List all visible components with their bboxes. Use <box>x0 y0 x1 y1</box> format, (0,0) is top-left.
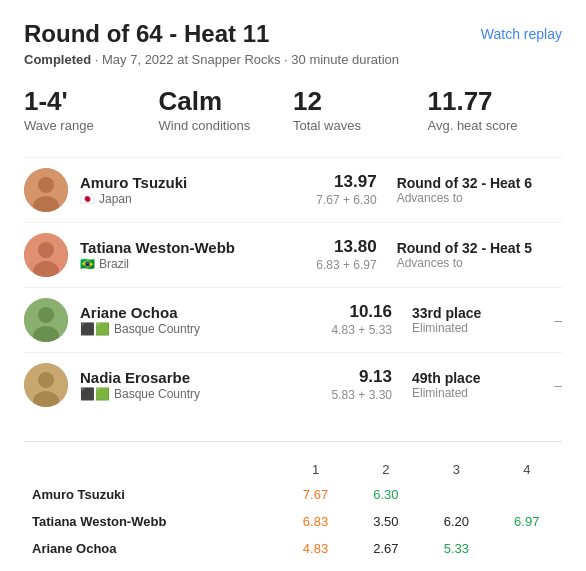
wave-score-cell: 6.83 <box>280 508 350 535</box>
country-name: Basque Country <box>114 322 200 336</box>
wave-table-row: Nadia Erosarbe5.833.300.93 <box>24 562 562 571</box>
athlete-row: Amuro Tsuzuki 🇯🇵 Japan 13.97 7.67 + 6.30… <box>24 157 562 222</box>
wave-table-row: Tatiana Weston-Webb6.833.506.206.97 <box>24 508 562 535</box>
wave-col-athlete <box>24 458 280 481</box>
stats-row: 1-4' Wave range Calm Wind conditions 12 … <box>24 87 562 133</box>
athlete-result: Round of 32 - Heat 5 Advances to <box>397 240 532 270</box>
result-points: – <box>532 312 562 328</box>
result-label: 49th place <box>412 370 532 386</box>
total-score: 9.13 <box>332 367 392 387</box>
stat-value: 11.77 <box>428 87 563 116</box>
wave-score-cell: 2.67 <box>351 535 421 562</box>
athlete-scores: 13.97 7.67 + 6.30 <box>316 172 376 207</box>
result-sub: Eliminated <box>412 386 532 400</box>
stat-label: Avg. heat score <box>428 118 563 133</box>
stat-item-0: 1-4' Wave range <box>24 87 159 133</box>
wave-score-cell: 3.30 <box>351 562 421 571</box>
wave-athlete-name: Nadia Erosarbe <box>24 562 280 571</box>
avatar <box>24 168 68 212</box>
stat-value: Calm <box>159 87 294 116</box>
athlete-info: Tatiana Weston-Webb 🇧🇷 Brazil <box>80 239 316 271</box>
wave-table: 1234Amuro Tsuzuki7.676.30Tatiana Weston-… <box>24 458 562 571</box>
stat-item-3: 11.77 Avg. heat score <box>428 87 563 133</box>
athlete-result: Round of 32 - Heat 6 Advances to <box>397 175 532 205</box>
total-score: 13.97 <box>316 172 376 192</box>
athlete-info: Amuro Tsuzuki 🇯🇵 Japan <box>80 174 316 206</box>
wave-athlete-name: Ariane Ochoa <box>24 535 280 562</box>
flag-icon: ⬛🟩 <box>80 387 110 401</box>
wave-score-cell: 0.93 <box>421 562 491 571</box>
wave-table-section: 1234Amuro Tsuzuki7.676.30Tatiana Weston-… <box>24 441 562 571</box>
wave-score-cell: 5.83 <box>280 562 350 571</box>
stat-value: 12 <box>293 87 428 116</box>
athlete-name: Ariane Ochoa <box>80 304 332 321</box>
stat-label: Wave range <box>24 118 159 133</box>
wave-col-2: 2 <box>351 458 421 481</box>
wave-score-cell: 5.33 <box>421 535 491 562</box>
athlete-name: Tatiana Weston-Webb <box>80 239 316 256</box>
stat-item-1: Calm Wind conditions <box>159 87 294 133</box>
stat-item-2: 12 Total waves <box>293 87 428 133</box>
wave-score-cell <box>492 562 562 571</box>
stat-label: Wind conditions <box>159 118 294 133</box>
athlete-result: 49th place Eliminated <box>412 370 532 400</box>
athlete-info: Nadia Erosarbe ⬛🟩 Basque Country <box>80 369 332 401</box>
wave-score-cell <box>492 481 562 508</box>
wave-score-cell <box>421 481 491 508</box>
wave-score-cell: 7.67 <box>280 481 350 508</box>
athlete-scores: 13.80 6.83 + 6.97 <box>316 237 376 272</box>
athlete-scores: 10.16 4.83 + 5.33 <box>332 302 392 337</box>
svg-point-4 <box>38 242 54 258</box>
athlete-scores: 9.13 5.83 + 3.30 <box>332 367 392 402</box>
result-sub: Eliminated <box>412 321 532 335</box>
wave-athlete-name: Tatiana Weston-Webb <box>24 508 280 535</box>
wave-table-row: Ariane Ochoa4.832.675.33 <box>24 535 562 562</box>
athlete-country: ⬛🟩 Basque Country <box>80 387 332 401</box>
svg-point-10 <box>38 372 54 388</box>
wave-score-cell: 6.20 <box>421 508 491 535</box>
result-label: Round of 32 - Heat 5 <box>397 240 532 256</box>
wave-score-cell: 6.97 <box>492 508 562 535</box>
avatar <box>24 298 68 342</box>
result-sub: Advances to <box>397 191 532 205</box>
wave-score-cell: 6.30 <box>351 481 421 508</box>
wave-score-cell <box>492 535 562 562</box>
country-name: Brazil <box>99 257 129 271</box>
athlete-country: 🇯🇵 Japan <box>80 192 316 206</box>
svg-point-1 <box>38 177 54 193</box>
athlete-row: Ariane Ochoa ⬛🟩 Basque Country 10.16 4.8… <box>24 287 562 352</box>
result-sub: Advances to <box>397 256 532 270</box>
wave-col-4: 4 <box>492 458 562 481</box>
wave-table-row: Amuro Tsuzuki7.676.30 <box>24 481 562 508</box>
result-label: Round of 32 - Heat 6 <box>397 175 532 191</box>
stat-label: Total waves <box>293 118 428 133</box>
athlete-name: Amuro Tsuzuki <box>80 174 316 191</box>
athlete-row: Tatiana Weston-Webb 🇧🇷 Brazil 13.80 6.83… <box>24 222 562 287</box>
wave-scores: 4.83 + 5.33 <box>332 323 392 337</box>
page-title: Round of 64 - Heat 11 <box>24 20 269 48</box>
wave-athlete-name: Amuro Tsuzuki <box>24 481 280 508</box>
result-label: 33rd place <box>412 305 532 321</box>
athlete-country: 🇧🇷 Brazil <box>80 257 316 271</box>
athletes-section: Amuro Tsuzuki 🇯🇵 Japan 13.97 7.67 + 6.30… <box>24 157 562 417</box>
subtitle-detail: · May 7, 2022 at Snapper Rocks · 30 minu… <box>91 52 399 67</box>
athlete-info: Ariane Ochoa ⬛🟩 Basque Country <box>80 304 332 336</box>
wave-scores: 7.67 + 6.30 <box>316 193 376 207</box>
athlete-result: 33rd place Eliminated <box>412 305 532 335</box>
status-badge: Completed <box>24 52 91 67</box>
wave-col-3: 3 <box>421 458 491 481</box>
wave-score-cell: 4.83 <box>280 535 350 562</box>
subtitle: Completed · May 7, 2022 at Snapper Rocks… <box>24 52 562 67</box>
flag-icon: 🇯🇵 <box>80 192 95 206</box>
avatar <box>24 233 68 277</box>
country-name: Basque Country <box>114 387 200 401</box>
watch-replay-link[interactable]: Watch replay <box>481 26 562 42</box>
wave-scores: 5.83 + 3.30 <box>332 388 392 402</box>
flag-icon: ⬛🟩 <box>80 322 110 336</box>
wave-score-cell: 3.50 <box>351 508 421 535</box>
result-points: – <box>532 377 562 393</box>
athlete-country: ⬛🟩 Basque Country <box>80 322 332 336</box>
wave-scores: 6.83 + 6.97 <box>316 258 376 272</box>
svg-point-7 <box>38 307 54 323</box>
total-score: 13.80 <box>316 237 376 257</box>
